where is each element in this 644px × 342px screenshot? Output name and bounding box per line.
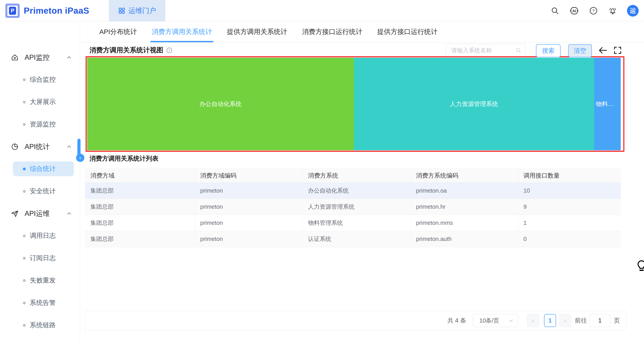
bullet-icon: [23, 123, 26, 126]
lightbulb-icon[interactable]: [636, 259, 644, 275]
sidebar-item-0-2[interactable]: 资源监控: [0, 113, 80, 136]
table-row-1[interactable]: 集团总部primeton人力资源管理系统primeton.hr9: [85, 199, 621, 215]
goto-page-input[interactable]: [590, 314, 610, 327]
table-cell: primeton: [195, 231, 303, 247]
sidebar-item-2-0[interactable]: 调用日志: [0, 224, 80, 247]
help-icon[interactable]: ?: [588, 6, 598, 16]
search-button[interactable]: 搜索: [536, 44, 560, 57]
table-row-3[interactable]: 集团总部primeton认证系统primeton.auth0: [85, 231, 621, 247]
treemap-block-1[interactable]: 人力资源管理系统: [354, 58, 594, 150]
table-cell: 1: [518, 215, 621, 231]
table-row-0[interactable]: 集团总部primeton办公自动化系统primeton.oa10: [85, 183, 621, 199]
sidebar-item-0-1[interactable]: 大屏展示: [0, 91, 80, 113]
chevron-down-icon: [508, 318, 514, 323]
notification-bell-icon[interactable]: [608, 6, 618, 16]
sidebar-item-label: 综合监控: [30, 75, 56, 84]
tab-0[interactable]: API分布统计: [99, 22, 137, 42]
pagination-bar: 共 4 条 10条/页 ‹ 1 › 前往 页: [85, 311, 626, 330]
logo-text: Primeton iPaaS: [24, 6, 89, 16]
home-icon: [11, 54, 19, 62]
sidebar-group-label: API统计: [24, 142, 50, 152]
sidebar-group-label: API监控: [24, 53, 50, 62]
sidebar-item-1-0[interactable]: 综合统计: [0, 158, 80, 180]
pie-chart-icon: [11, 143, 19, 151]
column-header-3: 消费方系统编码: [411, 168, 518, 183]
consumer-relation-treemap: 办公自动化系统人力资源管理系统物料管...: [86, 56, 624, 152]
treemap-block-2[interactable]: 物料管...: [594, 58, 621, 150]
sidebar-group-0[interactable]: API监控: [0, 51, 80, 64]
chevron-up-icon: [66, 144, 72, 150]
sidebar-item-label: 订阅日志: [30, 254, 56, 262]
bullet-icon: [23, 302, 26, 304]
sidebar-item-2-5[interactable]: 异常字典: [0, 336, 80, 342]
chevron-up-icon: [66, 210, 72, 217]
list-title: 消费方调用关系统计列表: [90, 154, 158, 163]
bullet-icon: [23, 324, 26, 327]
bullet-icon: [23, 279, 26, 282]
app-screen: Primeton iPaaS 运维门户: [0, 0, 644, 342]
sidebar-item-label: 调用日志: [30, 231, 56, 240]
sidebar-collapse-button[interactable]: ‹: [76, 154, 84, 162]
column-header-2: 消费方系统: [303, 168, 411, 183]
portal-tab[interactable]: 运维门户: [109, 0, 165, 22]
consumer-relation-table: 消费方域消费方域编码消费方系统消费方系统编码调用接口数量 集团总部primeto…: [85, 168, 621, 247]
sidebar-item-2-4[interactable]: 系统链路: [0, 314, 80, 336]
table-cell: 物料管理系统: [303, 215, 411, 231]
sidebar-item-1-1[interactable]: 安全统计: [0, 180, 80, 202]
table-cell: primeton.oa: [411, 183, 518, 199]
tab-4[interactable]: 提供方接口运行统计: [377, 22, 438, 42]
bullet-icon: [23, 168, 26, 170]
page-size-select[interactable]: 10条/页: [473, 314, 518, 327]
bullet-icon: [23, 257, 26, 260]
user-avatar[interactable]: 运: [627, 5, 639, 16]
tab-2[interactable]: 提供方调用关系统计: [227, 22, 287, 42]
sidebar-item-label: 安全统计: [30, 187, 56, 196]
bullet-icon: [23, 190, 26, 193]
sidebar-item-2-1[interactable]: 订阅日志: [0, 247, 80, 269]
sidebar-group-1[interactable]: API统计: [0, 140, 80, 154]
treemap-block-label: 物料管...: [594, 100, 621, 108]
ai-assistant-icon[interactable]: AI: [569, 6, 579, 16]
table-cell: primeton.auth: [411, 231, 518, 247]
portal-tab-label: 运维门户: [128, 6, 156, 16]
clear-button[interactable]: 清空: [568, 44, 592, 57]
input-search-icon: [515, 47, 522, 54]
table-cell: 集团总部: [85, 183, 195, 199]
tab-1[interactable]: 消费方调用关系统计: [152, 22, 212, 42]
sidebar-item-2-2[interactable]: 失败重发: [0, 269, 80, 292]
fullscreen-button[interactable]: [612, 45, 623, 56]
view-title: 消费方调用关系统计视图: [90, 46, 163, 55]
search-placeholder: 请输入系统名称: [451, 46, 515, 54]
tab-3[interactable]: 消费方接口运行统计: [302, 22, 362, 42]
sidebar-group-2[interactable]: API运维: [0, 207, 80, 220]
table-cell: 集团总部: [85, 215, 195, 231]
back-arrow-button[interactable]: [598, 45, 608, 56]
system-name-search-input[interactable]: 请输入系统名称: [446, 44, 526, 57]
prev-page-button[interactable]: ‹: [527, 314, 539, 327]
table-cell: 0: [518, 231, 621, 247]
sidebar-item-0-0[interactable]: 综合监控: [0, 68, 80, 91]
title-help-icon[interactable]: ?: [166, 47, 173, 54]
search-icon[interactable]: [550, 6, 560, 16]
bullet-icon: [23, 78, 26, 81]
table-cell: primeton: [195, 215, 303, 231]
treemap-block-0[interactable]: 办公自动化系统: [87, 58, 354, 150]
sidebar-item-2-3[interactable]: 系统告警: [0, 292, 80, 314]
table-cell: 9: [518, 199, 621, 215]
goto-label: 前往: [575, 316, 587, 324]
column-header-1: 消费方域编码: [195, 168, 303, 183]
table-cell: primeton.hr: [411, 199, 518, 215]
current-page-button[interactable]: 1: [544, 314, 556, 327]
next-page-button[interactable]: ›: [559, 314, 571, 327]
table-cell: primeton: [195, 183, 303, 199]
sidebar-item-label: 综合统计: [30, 164, 56, 173]
apps-grid-icon: [118, 7, 125, 14]
total-count-label: 共 4 条: [448, 316, 466, 324]
table-cell: 10: [518, 183, 621, 199]
sidebar: API监控综合监控大屏展示资源监控API统计综合统计安全统计API运维调用日志订…: [0, 22, 80, 342]
bullet-icon: [23, 234, 26, 237]
table-cell: 人力资源管理系统: [303, 199, 411, 215]
table-cell: primeton: [195, 199, 303, 215]
treemap-block-label: 办公自动化系统: [198, 100, 243, 108]
table-row-2[interactable]: 集团总部primeton物料管理系统primeton.mms1: [85, 215, 621, 231]
